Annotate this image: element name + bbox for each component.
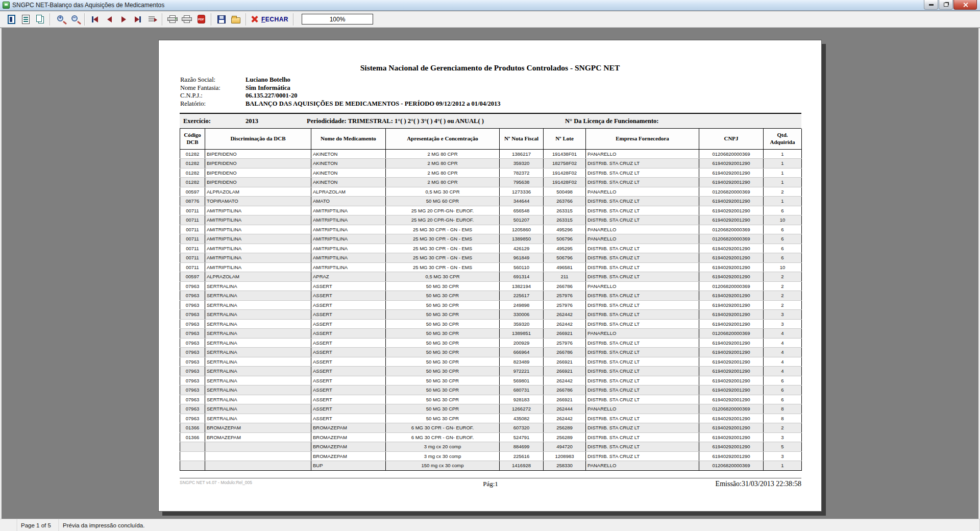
prev-page-button[interactable] [103,13,116,26]
table-cell: 07963 [180,319,205,329]
table-cell: 3 mg cx 20 comp [386,442,500,452]
table-cell: DISTRIB. STA CRUZ LT [586,451,699,461]
table-cell: 25 MG 20 CPR-GN- EUROF. [386,215,500,225]
table-cell: 00711 [180,225,205,234]
view-multi-page-button[interactable] [33,13,46,26]
table-cell: 01206820000369 [699,404,764,414]
table-row: 07963SERTRALINAASSERT50 MG 30 CPR1266272… [180,404,802,414]
table-cell: 500498 [544,187,586,197]
table-cell: 08776 [180,197,205,206]
save-icon [217,15,226,23]
zoom-out-icon: − [71,15,78,21]
periodicidade-text: Periodicidade: TRIMESTRAL: 1°( ) 2°( ) 3… [307,117,484,125]
zoom-out-button[interactable]: − [68,13,81,26]
export-pdf-button[interactable]: PDF [194,13,208,26]
table-cell: 61940292001290 [699,319,764,329]
table-cell: AMITRIPTILINA [311,244,386,253]
table-cell: 4 [764,367,802,376]
licenca-text: N° Da Licença de Funcionamento: [565,117,658,125]
footer-page-number: Pág:1 [363,480,618,488]
table-cell: DISTRIB. STA CRUZ LT [586,414,699,423]
table-cell: 61940292001290 [699,376,764,385]
view-single-page-icon [8,15,15,24]
open-icon [231,17,240,23]
table-cell: DISTRIB. STA CRUZ LT [586,338,699,348]
toolbar-separator [211,13,212,26]
next-page-button[interactable] [117,13,130,26]
table-row: 01366BROMAZEPAMBROMAZEPAM6 MG 30 CPR - G… [180,432,802,442]
table-cell: 266786 [544,348,586,357]
save-button[interactable] [215,13,228,26]
table-cell: 225617 [500,291,544,301]
print-icon [182,15,192,23]
restore-button[interactable] [939,0,953,10]
table-cell: 01206820000369 [699,225,764,234]
table-row: 07963SERTRALINAASSERT50 MG 30 CPR2498982… [180,300,802,310]
table-cell: 2 [764,291,802,301]
table-row: 07963SERTRALINAASSERT50 MG 30 CPR6669642… [180,348,802,357]
view-single-page-button[interactable] [5,13,18,26]
table-cell: 07963 [180,395,205,404]
table-cell: SERTRALINA [205,385,311,395]
table-cell: PANARELLO [586,281,699,291]
fechar-label: FECHAR [261,16,288,23]
table-cell: 61940292001290 [699,395,764,404]
toolbar-separator [246,13,247,26]
table-cell: DISTRIB. STA CRUZ LT [586,376,699,385]
view-page-text-button[interactable] [19,13,32,26]
table-cell: 50 MG 30 CPR [386,338,500,348]
table-cell: AMITRIPTILINA [311,225,386,234]
table-row: 00711AMITRIPTILINAAMITRIPTILINA25 MG 30 … [180,262,802,272]
statusbar-grip-cell [0,519,17,531]
next-page-icon [121,16,126,22]
fechar-button[interactable]: FECHAR [251,16,288,23]
table-cell: 61940292001290 [699,442,764,452]
nome-fantasia-label: Nome Fantasia: [180,84,246,92]
table-cell: 3 [764,319,802,329]
table-cell: 666964 [500,348,544,357]
table-row: 01366BROMAZEPAMBROMAZEPAM6 MG 30 CPR - G… [180,423,802,433]
table-cell: ASSERT [311,414,386,423]
zoom-percent-field[interactable] [302,14,373,25]
table-cell: 2 MG 80 CPR [386,159,500,168]
table-cell: 50 MG 30 CPR [386,300,500,310]
table-cell: 50 MG 30 CPR [386,281,500,291]
cnpj-label: C.N.P.J.: [180,92,246,100]
first-page-button[interactable] [88,13,102,26]
table-cell: 3 [764,451,802,461]
toolbar-separator [162,13,163,26]
table-cell: 50 MG 30 CPR [386,376,500,385]
minimize-button[interactable] [924,0,938,10]
last-page-button[interactable] [131,13,144,26]
table-cell: 426129 [500,244,544,253]
table-cell: ASSERT [311,348,386,357]
table-cell: 191428F02 [544,178,586,187]
table-cell: 01366 [180,423,205,433]
table-cell: 61940292001290 [699,206,764,215]
table-cell: 256289 [544,423,586,433]
table-cell: AMITRIPTILINA [205,262,311,272]
table-cell: 8 [764,404,802,414]
fechar-close-icon [251,16,258,22]
table-cell: BROMAZEPAM [205,432,311,442]
table-row: BUP150 mg cx 30 comp1416928258330PANAREL… [180,461,802,471]
table-cell: SERTRALINA [205,338,311,348]
table-cell: 3 [764,432,802,442]
table-cell: PANARELLO [586,461,699,471]
table-cell: 61940292001290 [699,215,764,225]
table-cell: 10 [764,262,802,272]
close-button[interactable] [953,0,977,10]
open-button[interactable] [229,13,242,26]
zoom-in-button[interactable]: + [54,13,67,26]
print-button[interactable] [180,13,193,26]
table-cell: 00711 [180,234,205,244]
print-setup-button[interactable] [166,13,179,26]
table-cell: 569801 [500,376,544,385]
goto-page-button[interactable] [145,13,159,26]
table-cell: 00711 [180,244,205,253]
table-cell: 61940292001290 [699,310,764,320]
table-cell: ALPRAZOLAM [205,187,311,197]
column-header: Apresentação e Concentração [386,129,500,149]
table-cell: 3 mg cx 30 comp [386,451,500,461]
table-cell: 61940292001290 [699,272,764,282]
